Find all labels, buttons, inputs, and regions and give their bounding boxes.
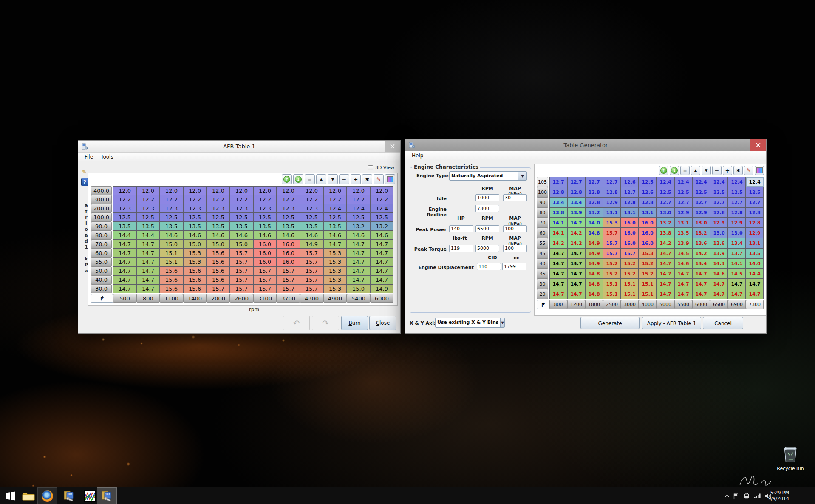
- afr-cell[interactable]: 12.2: [347, 195, 370, 204]
- afr-cell[interactable]: 12.3: [113, 204, 136, 213]
- afr-cell[interactable]: 15.0: [207, 240, 230, 249]
- afr-cell[interactable]: 12.3: [183, 204, 207, 213]
- afr-cell[interactable]: 14.7: [136, 240, 160, 249]
- generator-cell[interactable]: 15.1: [621, 279, 639, 289]
- generator-cell[interactable]: 15.1: [639, 289, 657, 299]
- afr-cell[interactable]: 14.7: [113, 240, 136, 249]
- menu-help[interactable]: Help: [408, 152, 427, 159]
- x-bin-cell[interactable]: 5400: [347, 294, 370, 303]
- generator-cell[interactable]: 14.2: [657, 238, 674, 248]
- generator-cell[interactable]: 13.4: [549, 197, 567, 207]
- afr-cell[interactable]: 12.2: [277, 195, 300, 204]
- x-bin-cell[interactable]: 4900: [323, 294, 347, 303]
- afr-cell[interactable]: 15.7: [300, 266, 323, 275]
- generator-cell[interactable]: 12.8: [585, 187, 603, 197]
- y-bin-cell[interactable]: 105: [537, 177, 548, 187]
- afr-cell[interactable]: 12.5: [207, 213, 230, 222]
- afr-cell[interactable]: 12.2: [323, 195, 347, 204]
- generator-cell[interactable]: 12.7: [728, 197, 746, 207]
- taskbar-tunerstudio-active[interactable]: 101: [97, 487, 117, 504]
- generator-cell[interactable]: 12.5: [710, 187, 728, 197]
- afr-cell[interactable]: 12.3: [277, 204, 300, 213]
- burn-button[interactable]: Burn: [341, 316, 368, 330]
- start-button[interactable]: [2, 487, 20, 504]
- x-bin-cell[interactable]: 800: [136, 294, 160, 303]
- generator-cell[interactable]: 15.1: [639, 279, 657, 289]
- afr-cell[interactable]: 14.6: [230, 231, 253, 240]
- generator-cell[interactable]: 12.9: [746, 228, 764, 238]
- afr-cell[interactable]: 14.7: [370, 240, 393, 249]
- generator-cell[interactable]: 14.7: [567, 289, 585, 299]
- x-bin-cell[interactable]: 800: [549, 300, 567, 309]
- recycle-bin[interactable]: Recycle Bin: [773, 445, 807, 471]
- x-bin-cell[interactable]: 6500: [710, 300, 728, 309]
- afr-cell[interactable]: 14.6: [160, 231, 183, 240]
- generator-cell[interactable]: 13.4: [728, 238, 746, 248]
- y-bin-cell[interactable]: 400.0: [91, 186, 112, 195]
- afr-cell[interactable]: 15.7: [253, 266, 277, 275]
- afr-cell[interactable]: 15.1: [160, 258, 183, 266]
- afr-cell[interactable]: 12.0: [277, 186, 300, 195]
- generator-cell[interactable]: 13.2: [585, 207, 603, 218]
- afr-cell[interactable]: 12.2: [113, 195, 136, 204]
- afr-cell[interactable]: 15.7: [277, 266, 300, 275]
- afr-cell[interactable]: 15.7: [230, 249, 253, 258]
- generator-cell[interactable]: 16.0: [621, 228, 639, 238]
- afr-cell[interactable]: 13.5: [136, 222, 160, 231]
- x-bin-cell[interactable]: 4000: [639, 300, 657, 309]
- generator-cell[interactable]: 14.4: [692, 258, 710, 269]
- peak-power-hp-field[interactable]: [449, 225, 473, 232]
- afr-cell[interactable]: 12.5: [347, 213, 370, 222]
- generator-cell[interactable]: 12.4: [710, 177, 728, 187]
- generator-cell[interactable]: 12.4: [728, 177, 746, 187]
- y-bin-cell[interactable]: 200.0: [91, 204, 112, 213]
- afr-cell[interactable]: 12.5: [230, 213, 253, 222]
- generator-cell[interactable]: 14.5: [728, 269, 746, 279]
- afr-cell[interactable]: 14.7: [113, 275, 136, 284]
- afr-cell[interactable]: 15.7: [300, 275, 323, 284]
- generator-cell[interactable]: 15.2: [639, 258, 657, 269]
- generator-cell[interactable]: 15.3: [603, 218, 621, 228]
- decrease-icon[interactable]: ▼: [702, 166, 711, 175]
- generator-cell[interactable]: 13.1: [674, 218, 692, 228]
- afr-cell[interactable]: 12.0: [207, 186, 230, 195]
- afr-cell[interactable]: 15.7: [230, 284, 253, 293]
- generator-cell[interactable]: 12.7: [710, 197, 728, 207]
- generator-cell[interactable]: 14.7: [567, 248, 585, 258]
- generator-cell[interactable]: 15.2: [621, 258, 639, 269]
- y-bin-cell[interactable]: 30: [537, 279, 548, 289]
- afr-cell[interactable]: 12.2: [160, 195, 183, 204]
- afr-cell[interactable]: 15.0: [347, 284, 370, 293]
- afr-cell[interactable]: 12.5: [253, 213, 277, 222]
- afr-cell[interactable]: 13.2: [370, 222, 393, 231]
- afr-cell[interactable]: 15.6: [183, 266, 207, 275]
- generator-cell[interactable]: 15.7: [603, 248, 621, 258]
- afr-cell[interactable]: 14.6: [277, 231, 300, 240]
- undo-button[interactable]: ↶: [283, 316, 310, 330]
- afr-cell[interactable]: 14.4: [136, 231, 160, 240]
- afr-cell[interactable]: 15.7: [253, 275, 277, 284]
- afr-cell[interactable]: 12.5: [300, 213, 323, 222]
- y-bin-cell[interactable]: 30.0: [91, 284, 112, 293]
- peak-torque-lbsft-field[interactable]: [449, 245, 473, 252]
- minus-icon[interactable]: −: [712, 166, 722, 175]
- generator-cell[interactable]: 12.4: [746, 177, 764, 187]
- x-bin-cell[interactable]: 500: [113, 294, 136, 303]
- generator-cell[interactable]: 13.0: [692, 218, 710, 228]
- generator-cell[interactable]: 12.8: [710, 207, 728, 218]
- generator-titlebar[interactable]: Table Generator: [405, 139, 766, 151]
- taskbar-firefox[interactable]: [37, 487, 57, 504]
- generator-cell[interactable]: 13.1: [746, 238, 764, 248]
- generator-cell[interactable]: 14.7: [549, 289, 567, 299]
- generator-cell[interactable]: 12.9: [728, 218, 746, 228]
- generator-cell[interactable]: 12.8: [621, 197, 639, 207]
- generator-cell[interactable]: 12.5: [674, 187, 692, 197]
- afr-cell[interactable]: 15.7: [230, 258, 253, 266]
- afr-cell[interactable]: 15.3: [183, 258, 207, 266]
- generator-cell[interactable]: 12.5: [728, 187, 746, 197]
- afr-cell[interactable]: 15.7: [300, 258, 323, 266]
- afr-cell[interactable]: 12.5: [183, 213, 207, 222]
- afr-cell[interactable]: 15.7: [300, 284, 323, 293]
- afr-cell[interactable]: 15.6: [207, 275, 230, 284]
- generator-cell[interactable]: 13.1: [603, 207, 621, 218]
